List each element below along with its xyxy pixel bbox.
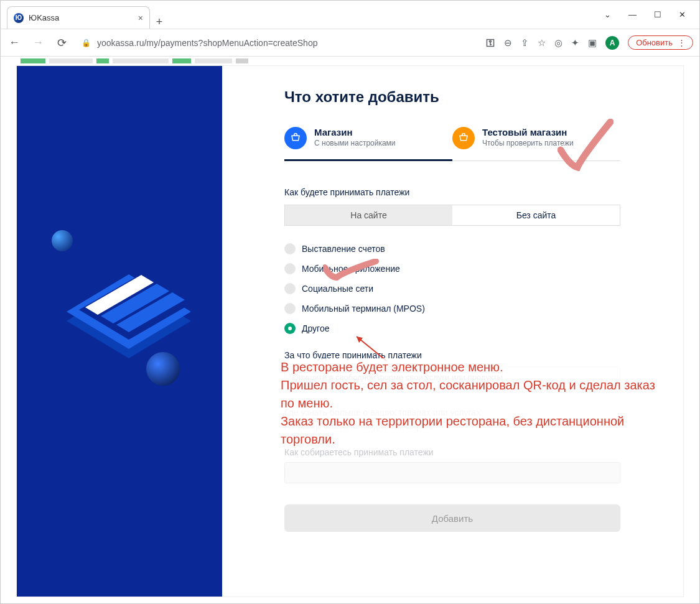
update-label: Обновить: [636, 38, 673, 47]
brand-sidebar: [17, 66, 222, 597]
radio-mpos[interactable]: Мобильный терминал (MPOS): [284, 303, 683, 314]
radio-icon: [284, 283, 296, 294]
radio-label: Мобильное приложение: [302, 264, 400, 274]
how-accept-label: Как собираетесь принимать платежи: [284, 447, 620, 457]
accept-label: Как будете принимать платежи: [284, 187, 683, 197]
radio-icon: [284, 323, 296, 334]
favicon-icon: Ю: [14, 13, 24, 23]
window-controls: ⌄ — ☐ ✕: [604, 0, 699, 29]
star-icon[interactable]: ☆: [538, 37, 546, 49]
tab-test-subtitle: Чтобы проверить платежи: [482, 139, 574, 147]
isometric-card-icon: [60, 253, 203, 377]
extensions-icon[interactable]: ✦: [571, 37, 579, 49]
profile-avatar[interactable]: A: [605, 36, 619, 50]
channel-radios: Выставление счетов Мобильное приложение …: [284, 243, 683, 334]
maximize-icon[interactable]: ☐: [654, 10, 661, 19]
accept-segmented: На сайте Без сайта: [284, 205, 620, 226]
chevron-down-icon[interactable]: ⌄: [604, 10, 611, 19]
cart-icon: [284, 127, 307, 149]
tab-close-icon[interactable]: ×: [138, 13, 143, 23]
lock-icon: 🔒: [82, 39, 91, 47]
key-icon[interactable]: ⚿: [486, 37, 495, 48]
more-info-hint: Например, ссылка на лендинг или соцсеть: [284, 422, 620, 431]
share-icon[interactable]: ⇪: [521, 37, 529, 49]
tab-shop-title: Магазин: [314, 127, 396, 137]
shield-icon[interactable]: ◎: [554, 37, 562, 49]
reload-button[interactable]: ⟳: [54, 36, 69, 50]
cart-icon: [452, 127, 475, 149]
seg-no-site[interactable]: Без сайта: [452, 205, 620, 225]
radio-invoicing[interactable]: Выставление счетов: [284, 243, 683, 254]
url-box[interactable]: 🔒 yookassa.ru/my/payments?shopMenuAction…: [82, 38, 317, 48]
url-text: yookassa.ru/my/payments?shopMenuAction=c…: [97, 38, 317, 48]
browser-tab[interactable]: Ю ЮKassa ×: [7, 6, 150, 29]
minimize-icon[interactable]: —: [628, 10, 637, 19]
radio-icon: [284, 243, 296, 254]
address-bar: ← → ⟳ 🔒 yookassa.ru/my/payments?shopMenu…: [1, 29, 699, 57]
tab-test-shop[interactable]: Тестовый магазин Чтобы проверить платежи: [452, 127, 620, 161]
radio-other[interactable]: Другое: [284, 323, 683, 334]
radio-label: Мобильный терминал (MPOS): [302, 304, 425, 314]
page-title: Что хотите добавить: [284, 88, 683, 106]
desc-label: За что будете принимать платежи: [284, 350, 683, 360]
radio-label: Другое: [302, 323, 329, 333]
tab-shop[interactable]: Магазин С новыми настройками: [284, 127, 452, 161]
new-tab-button[interactable]: +: [150, 16, 169, 29]
forward-button[interactable]: →: [30, 36, 45, 49]
more-info-label: Где узнать больше о ваших товарах или ус…: [284, 407, 620, 417]
submit-button[interactable]: Добавить: [284, 504, 620, 532]
main-form: Что хотите добавить Магазин С новыми нас…: [222, 66, 683, 597]
shop-type-tabs: Магазин С новыми настройками Тестовый ма…: [284, 127, 620, 161]
page-content: Что хотите добавить Магазин С новыми нас…: [16, 65, 684, 597]
desc-input[interactable]: [284, 366, 620, 388]
blurred-header-strip: [1, 57, 699, 65]
radio-label: Социальные сети: [302, 284, 373, 294]
radio-icon: [284, 263, 296, 274]
tab-title: ЮKassa: [29, 13, 59, 22]
radio-icon: [284, 303, 296, 314]
seg-on-site[interactable]: На сайте: [285, 205, 452, 225]
zoom-icon[interactable]: ⊖: [504, 37, 512, 49]
radio-mobile-app[interactable]: Мобильное приложение: [284, 263, 683, 274]
radio-label: Выставление счетов: [302, 244, 385, 254]
sphere-icon: [52, 230, 73, 251]
tab-shop-subtitle: С новыми настройками: [314, 139, 396, 147]
update-button[interactable]: Обновить ⋮: [628, 35, 693, 50]
tab-test-title: Тестовый магазин: [482, 127, 574, 137]
close-icon[interactable]: ✕: [679, 10, 686, 19]
browser-titlebar: Ю ЮKassa × + ⌄ — ☐ ✕: [1, 1, 699, 29]
how-accept-select[interactable]: [284, 462, 620, 483]
kebab-icon: ⋮: [678, 38, 686, 47]
sidebar-icon[interactable]: ▣: [588, 37, 597, 49]
back-button[interactable]: ←: [7, 36, 22, 49]
radio-social[interactable]: Социальные сети: [284, 283, 683, 294]
